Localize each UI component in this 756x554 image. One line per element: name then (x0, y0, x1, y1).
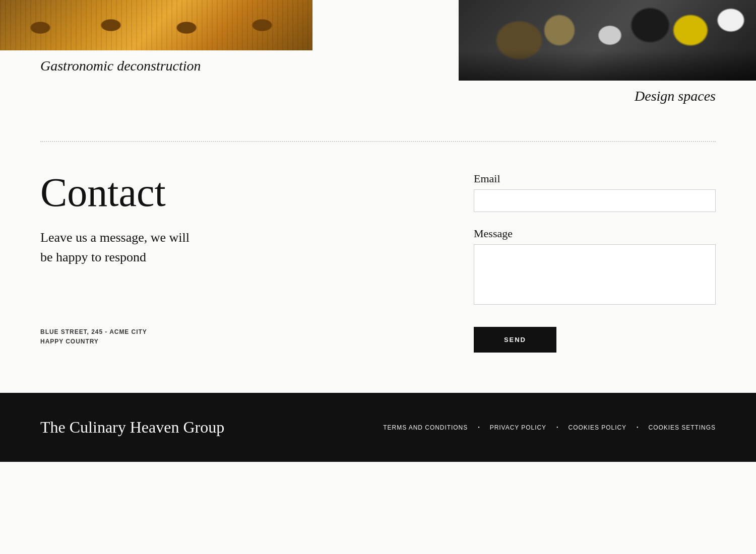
message-label: Message (474, 227, 716, 240)
cookies-policy-link[interactable]: COOKIES POLICY (569, 424, 626, 431)
top-images-section: Gastronomic deconstruction Design spaces (0, 0, 756, 111)
image-left (0, 0, 312, 50)
contact-subtitle: Leave us a message, we will be happy to … (40, 228, 433, 267)
contact-address: BLUE STREET, 245 - ACME CITY HAPPY COUNT… (40, 327, 433, 347)
address-line-1: BLUE STREET, 245 - ACME CITY (40, 327, 433, 337)
footer-links: TERMS AND CONDITIONS • PRIVACY POLICY • … (383, 424, 716, 431)
address-line-2: HAPPY COUNTRY (40, 337, 433, 347)
footer-dot-2: • (556, 425, 558, 430)
footer-brand: The Culinary Heaven Group (40, 418, 224, 437)
email-label: Email (474, 172, 716, 185)
terms-link[interactable]: TERMS AND CONDITIONS (383, 424, 468, 431)
contact-form: Email Message SEND (474, 172, 716, 353)
email-input[interactable] (474, 189, 716, 212)
privacy-link[interactable]: PRIVACY POLICY (490, 424, 546, 431)
send-button[interactable]: SEND (474, 327, 556, 353)
message-textarea[interactable] (474, 244, 716, 305)
footer: The Culinary Heaven Group TERMS AND COND… (0, 393, 756, 462)
footer-dot-3: • (637, 425, 639, 430)
contact-title: Contact (40, 172, 433, 213)
contact-section: Contact Leave us a message, we will be h… (0, 142, 756, 393)
contact-left-column: Contact Leave us a message, we will be h… (40, 172, 433, 347)
caption-left: Gastronomic deconstruction (40, 58, 201, 74)
caption-right: Design spaces (635, 88, 716, 104)
image-right (459, 0, 756, 81)
cookies-settings-link[interactable]: COOKIES SETTINGS (649, 424, 716, 431)
footer-dot-1: • (478, 425, 480, 430)
